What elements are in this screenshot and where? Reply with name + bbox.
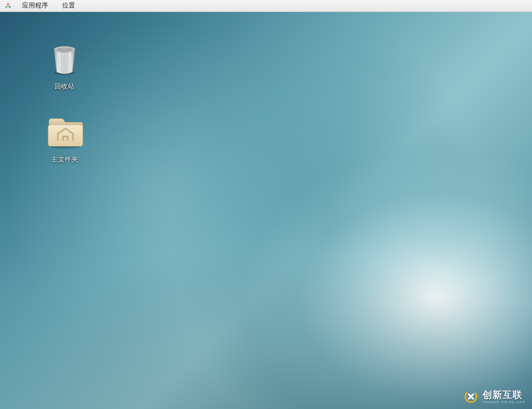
watermark: 创新互联 CHUANG XIN HU LIAN [463, 389, 525, 404]
desktop-wallpaper[interactable]: 回收站 [0, 12, 532, 409]
menu-places[interactable]: 位置 [55, 0, 82, 12]
desktop-icon-trash-label: 回收站 [55, 82, 75, 91]
watermark-sub: CHUANG XIN HU LIAN [482, 400, 525, 404]
watermark-brand: 创新互联 [482, 390, 525, 400]
svg-point-2 [9, 6, 11, 8]
svg-point-0 [7, 3, 9, 5]
menu-applications[interactable]: 应用程序 [15, 0, 55, 12]
watermark-logo-icon [463, 389, 478, 404]
top-menubar: 应用程序 位置 [0, 0, 532, 12]
home-folder-icon [45, 112, 85, 152]
trash-icon [45, 39, 85, 79]
desktop-icon-trash[interactable]: 回收站 [37, 39, 92, 91]
svg-point-11 [57, 48, 73, 52]
svg-point-1 [6, 6, 8, 8]
system-logo-icon [4, 2, 12, 10]
svg-point-3 [8, 5, 9, 6]
menu-applications-label: 应用程序 [22, 2, 48, 10]
desktop-icon-home[interactable]: 主文件夹 [37, 112, 92, 164]
desktop-icon-home-label: 主文件夹 [51, 155, 78, 164]
menu-places-label: 位置 [62, 2, 75, 10]
